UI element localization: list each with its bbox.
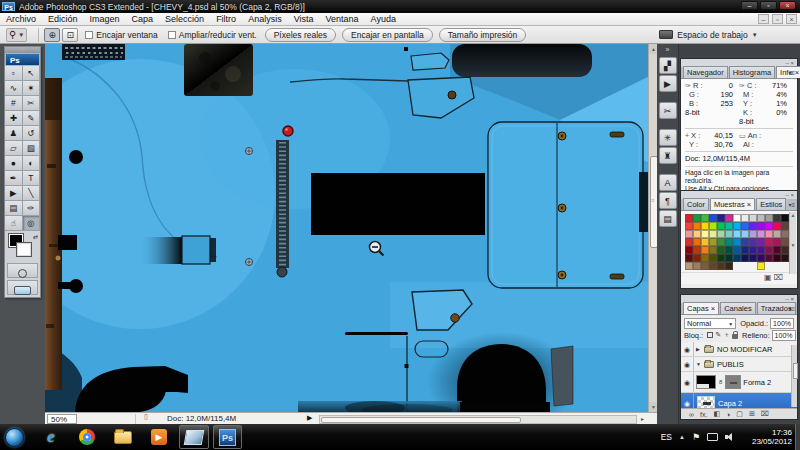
swatch[interactable] [741, 246, 749, 254]
tool-shape[interactable]: ╲ [23, 186, 41, 201]
swatch[interactable] [717, 230, 725, 238]
tool-eyedropper[interactable]: ✑ [23, 201, 41, 216]
visibility-eye-icon[interactable]: ◉ [681, 357, 694, 371]
tab-capas[interactable]: Capas × [683, 302, 719, 314]
swatch[interactable] [709, 222, 717, 230]
character-panel-icon[interactable]: A [659, 174, 677, 191]
tool-blur[interactable]: ● [5, 156, 23, 171]
panel-menu-icon[interactable]: ▾≡ [788, 69, 795, 76]
tool-magic-wand[interactable]: ✶ [23, 81, 41, 96]
mask-thumbnail[interactable] [725, 375, 741, 389]
lock-pixels-icon[interactable]: ✎ [715, 331, 721, 339]
lock-all-icon[interactable] [732, 334, 738, 339]
swatch[interactable] [701, 214, 709, 222]
swatch[interactable] [685, 254, 693, 262]
adjustment-layer-icon[interactable]: ◑ [726, 411, 730, 418]
swap-colors-icon[interactable]: ⇄ [33, 233, 38, 240]
tab-estilos[interactable]: Estilos [756, 198, 786, 210]
tool-history-brush[interactable]: ↺ [23, 126, 41, 141]
swatch[interactable] [733, 254, 741, 262]
tool-path-selection[interactable]: ▶ [5, 186, 23, 201]
actions-panel-icon[interactable]: ▶ [659, 75, 677, 92]
document-canvas[interactable] [45, 44, 648, 412]
tool-move[interactable]: ↖ [23, 66, 41, 81]
tool-eraser[interactable]: ▱ [5, 141, 23, 156]
swatches-scrollbar[interactable]: ▲▼ [789, 212, 796, 274]
swatch[interactable] [733, 222, 741, 230]
notes-panel-icon[interactable]: ▤ [659, 210, 677, 227]
swatch[interactable] [749, 238, 757, 246]
swatch[interactable] [781, 230, 789, 238]
tool-gradient[interactable]: ▧ [23, 141, 41, 156]
swatch[interactable] [781, 254, 789, 262]
swatch[interactable] [725, 214, 733, 222]
swatch[interactable] [765, 222, 773, 230]
swatch[interactable] [717, 254, 725, 262]
menu-ayuda[interactable]: Ayuda [365, 13, 402, 26]
network-icon[interactable] [707, 433, 718, 441]
taskbar-item-photoshop[interactable]: Ps [213, 425, 242, 449]
swatch[interactable] [765, 254, 773, 262]
collapse-triangle-icon[interactable]: ▼ [696, 361, 702, 367]
swatch[interactable] [709, 262, 717, 270]
opacity-field[interactable]: 100% [770, 318, 794, 329]
menu-imagen[interactable]: Imagen [84, 13, 126, 26]
swatch[interactable] [733, 230, 741, 238]
tray-expand-icon[interactable]: ▲ [679, 434, 685, 440]
swatch[interactable] [773, 214, 781, 222]
taskbar-item-chrome[interactable] [75, 427, 99, 447]
swatch[interactable] [781, 222, 789, 230]
swatch[interactable] [709, 246, 717, 254]
swatch[interactable] [757, 230, 765, 238]
doc-close-button[interactable]: × [786, 14, 797, 24]
swatch[interactable] [717, 238, 725, 246]
swatch[interactable] [701, 230, 709, 238]
swatch[interactable] [749, 246, 757, 254]
swatch[interactable] [693, 238, 701, 246]
swatch[interactable] [693, 262, 701, 270]
tool-healing-brush[interactable]: ✚ [5, 111, 23, 126]
doc-minimize-button[interactable]: ‒ [758, 14, 769, 24]
swatch[interactable] [693, 230, 701, 238]
swatch[interactable] [757, 214, 765, 222]
blend-mode-dropdown[interactable]: Normal▼ [684, 318, 736, 329]
tool-type[interactable]: T [23, 171, 41, 186]
tool-clone-stamp[interactable]: ♟ [5, 126, 23, 141]
print-size-button[interactable]: Tamaño impresión [439, 28, 526, 42]
panel-menu-icon[interactable]: ▾≡ [788, 305, 795, 312]
swatch[interactable] [757, 246, 765, 254]
menu-archivo[interactable]: Archivo [0, 13, 42, 26]
horizontal-scroll-thumb[interactable] [321, 417, 521, 423]
layer-row-forma-2[interactable]: ◉ 8 Forma 2 [681, 372, 797, 393]
tool-slice[interactable]: ✂ [23, 96, 41, 111]
swatch[interactable] [725, 262, 733, 270]
swatch[interactable] [765, 214, 773, 222]
swatch[interactable] [701, 262, 709, 270]
swatch[interactable] [709, 214, 717, 222]
lock-position-icon[interactable]: ＋ [723, 331, 730, 339]
trash-icon[interactable]: ⌧ [774, 273, 783, 282]
swatch[interactable] [701, 238, 709, 246]
actual-pixels-button[interactable]: Píxeles reales [265, 28, 336, 42]
menu-ventana[interactable]: Ventana [320, 13, 365, 26]
menu-analysis[interactable]: Analysis [242, 13, 288, 26]
swatch[interactable] [749, 230, 757, 238]
scroll-right-icon[interactable]: ▸ [641, 415, 644, 422]
clock[interactable]: 17:36 23/05/2012 [742, 428, 792, 446]
swatch[interactable] [773, 246, 781, 254]
swatch[interactable] [685, 262, 693, 270]
new-swatch-icon[interactable]: ▣ [764, 273, 772, 282]
add-mask-icon[interactable]: ◧ [713, 410, 720, 418]
tool-pen[interactable]: ✒ [5, 171, 23, 186]
link-layers-icon[interactable]: ∞ [689, 411, 694, 418]
swatch[interactable] [733, 246, 741, 254]
swatch[interactable] [773, 254, 781, 262]
swatch[interactable] [685, 230, 693, 238]
zoom-level-field[interactable]: 50% [47, 414, 77, 424]
zoom-in-button[interactable]: ⊕ [44, 28, 60, 42]
tool-rectangular-marquee[interactable]: ▫ [5, 66, 23, 81]
swatch[interactable] [717, 214, 725, 222]
swatch[interactable] [685, 246, 693, 254]
tab-histograma[interactable]: Histograma [729, 66, 775, 78]
swatch[interactable] [725, 230, 733, 238]
